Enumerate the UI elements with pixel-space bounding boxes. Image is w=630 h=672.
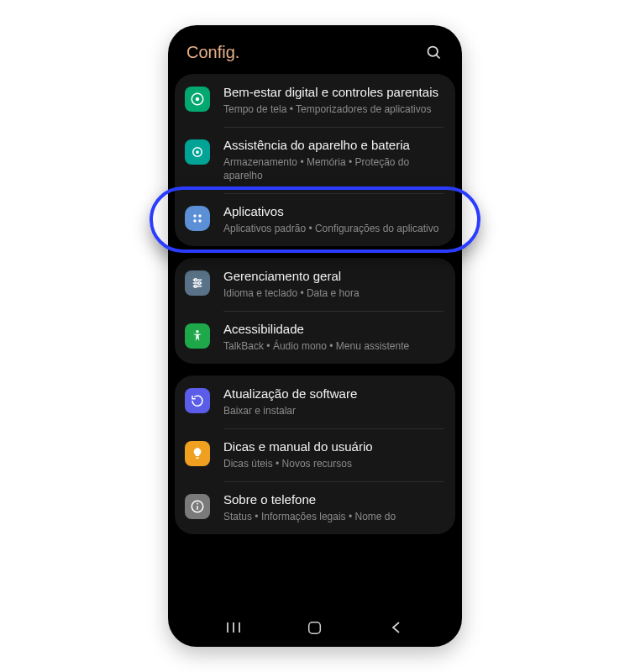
- settings-item-title: Atualização de software: [223, 386, 442, 402]
- settings-item-subtitle: Tempo de tela • Temporizadores de aplica…: [223, 102, 442, 116]
- settings-list[interactable]: Bem-estar digital e controles parentaisT…: [168, 74, 462, 613]
- care-icon: [185, 139, 210, 165]
- settings-item-text: AplicativosAplicativos padrão • Configur…: [223, 204, 442, 235]
- settings-item-title: Sobre o telefone: [223, 492, 442, 508]
- recents-button[interactable]: [217, 616, 250, 639]
- heart-circle-icon: [185, 87, 210, 112]
- settings-item-title: Aplicativos: [223, 204, 442, 220]
- svg-point-16: [196, 330, 198, 333]
- settings-item-text: Sobre o telefoneStatus • Informações leg…: [223, 492, 442, 523]
- settings-item-subtitle: TalkBack • Áudio mono • Menu assistente: [223, 339, 442, 353]
- settings-item-digital-wellbeing[interactable]: Bem-estar digital e controles parentaisT…: [175, 74, 455, 127]
- settings-item-text: Gerenciamento geralIdioma e teclado • Da…: [223, 269, 442, 300]
- recents-icon: [225, 621, 242, 634]
- settings-header: Config.: [168, 25, 462, 74]
- settings-item-about-phone[interactable]: Sobre o telefoneStatus • Informações leg…: [175, 481, 455, 534]
- settings-item-title: Gerenciamento geral: [223, 269, 442, 285]
- home-button[interactable]: [298, 616, 332, 639]
- svg-point-14: [198, 282, 201, 285]
- settings-item-title: Bem-estar digital e controles parentais: [223, 85, 442, 101]
- android-navbar: [168, 613, 462, 647]
- svg-point-0: [428, 46, 437, 55]
- settings-group: Gerenciamento geralIdioma e teclado • Da…: [175, 258, 455, 364]
- svg-rect-24: [309, 622, 321, 633]
- settings-item-subtitle: Armazenamento • Memória • Proteção do ap…: [223, 155, 442, 182]
- settings-item-device-care[interactable]: Assistência do aparelho e bateriaArmazen…: [175, 127, 455, 193]
- back-icon: [391, 621, 402, 634]
- sliders-icon: [185, 270, 210, 296]
- settings-item-text: Atualização de softwareBaixar e instalar: [223, 386, 442, 417]
- svg-point-15: [194, 285, 197, 287]
- settings-group: Bem-estar digital e controles parentaisT…: [175, 74, 455, 246]
- settings-item-subtitle: Baixar e instalar: [223, 404, 442, 417]
- back-button[interactable]: [380, 616, 413, 639]
- phone-frame: Config. Bem-estar digital e controles pa…: [168, 25, 462, 647]
- svg-point-13: [194, 279, 197, 281]
- svg-rect-17: [196, 457, 199, 459]
- settings-item-title: Dicas e manual do usuário: [223, 439, 442, 455]
- svg-point-5: [196, 150, 199, 154]
- settings-item-subtitle: Status • Informações legais • Nome do: [223, 510, 442, 523]
- svg-line-1: [436, 55, 439, 58]
- settings-item-subtitle: Dicas úteis • Novos recursos: [223, 457, 442, 470]
- svg-point-6: [193, 214, 196, 217]
- settings-item-accessibility[interactable]: AcessibilidadeTalkBack • Áudio mono • Me…: [175, 311, 455, 364]
- settings-item-subtitle: Aplicativos padrão • Configurações do ap…: [223, 222, 442, 235]
- accessibility-icon: [185, 323, 210, 349]
- bulb-icon: [185, 441, 210, 466]
- svg-point-3: [196, 97, 200, 102]
- search-button[interactable]: [423, 42, 444, 62]
- svg-point-8: [193, 219, 196, 222]
- svg-point-7: [198, 214, 201, 217]
- search-icon: [425, 44, 443, 61]
- apps-grid-icon: [185, 206, 210, 231]
- settings-item-text: Assistência do aparelho e bateriaArmazen…: [223, 138, 442, 182]
- settings-item-tips[interactable]: Dicas e manual do usuárioDicas úteis • N…: [175, 428, 455, 481]
- settings-item-title: Acessibilidade: [223, 322, 442, 338]
- home-icon: [307, 621, 322, 635]
- settings-item-text: Bem-estar digital e controles parentaisT…: [223, 85, 442, 116]
- settings-item-text: Dicas e manual do usuárioDicas úteis • N…: [223, 439, 442, 470]
- update-icon: [185, 388, 210, 413]
- info-icon: [185, 494, 210, 519]
- settings-item-general-management[interactable]: Gerenciamento geralIdioma e teclado • Da…: [175, 258, 455, 311]
- settings-item-subtitle: Idioma e teclado • Data e hora: [223, 286, 442, 300]
- settings-item-text: AcessibilidadeTalkBack • Áudio mono • Me…: [223, 322, 442, 353]
- settings-item-apps[interactable]: AplicativosAplicativos padrão • Configur…: [175, 193, 455, 246]
- settings-group: Atualização de softwareBaixar e instalar…: [175, 375, 455, 534]
- page-title: Config.: [186, 43, 239, 62]
- svg-point-9: [198, 219, 201, 222]
- svg-point-20: [197, 502, 198, 504]
- settings-item-software-update[interactable]: Atualização de softwareBaixar e instalar: [175, 375, 455, 428]
- settings-item-title: Assistência do aparelho e bateria: [223, 138, 442, 154]
